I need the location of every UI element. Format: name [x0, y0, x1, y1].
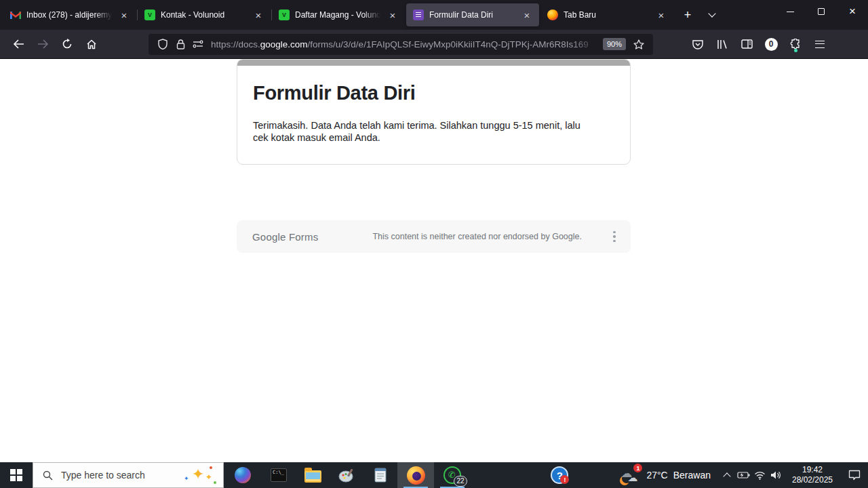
- notification-bubble-icon: [848, 470, 861, 481]
- windows-taskbar: Type here to search ✦✦✦ C:\_ ✆ 22 ? !: [0, 462, 868, 488]
- lock-icon[interactable]: [172, 37, 189, 52]
- google-forms-footer: Google Forms This content is neither cre…: [237, 220, 631, 253]
- sidebars-icon[interactable]: [735, 34, 758, 54]
- taskbar-clock[interactable]: 19:42 28/02/2025: [784, 462, 841, 488]
- tab-strip: Inbox (278) - aldijeremynain × V Kontak …: [0, 0, 723, 30]
- google-forms-logo[interactable]: Google Forms: [252, 231, 318, 243]
- tab-close-icon[interactable]: ×: [117, 8, 131, 22]
- url-bar[interactable]: https://docs.google.com/forms/u/3/d/e/1F…: [149, 34, 653, 55]
- form-theme-bar: [237, 60, 630, 66]
- pocket-icon[interactable]: [686, 34, 709, 54]
- form-confirmation-message: Terimakasih. Data Anda telah kami terima…: [253, 119, 595, 144]
- file-explorer-icon: [304, 470, 321, 483]
- tab-close-icon[interactable]: ×: [252, 8, 265, 22]
- footer-disclaimer: This content is neither created nor endo…: [372, 232, 613, 241]
- window-minimize-button[interactable]: [774, 0, 806, 23]
- help-alert-badge: !: [560, 475, 569, 484]
- tab-gmail-inbox[interactable]: Inbox (278) - aldijeremynain ×: [3, 3, 136, 26]
- browser-navbar: https://docs.google.com/forms/u/3/d/e/1F…: [0, 30, 868, 59]
- whatsapp-unread-badge: 22: [454, 476, 467, 487]
- back-button[interactable]: [7, 34, 30, 54]
- library-icon[interactable]: [711, 34, 734, 54]
- reload-button[interactable]: [56, 34, 79, 54]
- chevron-down-icon: [708, 9, 715, 17]
- window-close-button[interactable]: ×: [837, 0, 868, 23]
- bookmark-star-icon[interactable]: [630, 37, 648, 52]
- tab-formulir-data-diri-active[interactable]: Formulir Data Diri ×: [406, 3, 539, 26]
- weather-temperature: 27°C: [646, 470, 667, 481]
- window-controls: ×: [774, 0, 868, 23]
- back-icon: [13, 39, 24, 49]
- command-prompt-button[interactable]: C:\_: [262, 462, 296, 488]
- navbar-right-icons: 0: [686, 34, 832, 54]
- whatsapp-taskbar-button[interactable]: ✆ 22: [434, 462, 471, 488]
- page-viewport: Formulir Data Diri Terimakasih. Data And…: [0, 60, 868, 462]
- tab-title: Formulir Data Diri: [429, 10, 515, 20]
- bing-ai-sparkles-icon: ✦✦✦: [180, 465, 218, 485]
- weather-alert-badge: 1: [633, 464, 642, 472]
- tab-kontak-volunoid[interactable]: V Kontak - Volunoid ×: [138, 3, 271, 26]
- extensions-puzzle-icon[interactable]: [784, 34, 807, 54]
- footer-kebab-menu-icon[interactable]: [613, 231, 616, 243]
- app-menu-hamburger-icon[interactable]: [808, 34, 831, 54]
- notepad-button[interactable]: [363, 462, 397, 488]
- action-center-button[interactable]: [841, 462, 868, 488]
- firefox-taskbar-button[interactable]: [397, 462, 434, 488]
- gmail-icon: [10, 9, 21, 20]
- taskbar-search-input[interactable]: Type here to search ✦✦✦: [33, 462, 224, 488]
- copilot-icon: [235, 467, 251, 483]
- tab-tab-baru[interactable]: Tab Baru ×: [540, 3, 673, 26]
- get-help-button[interactable]: ? !: [542, 462, 577, 488]
- chevron-up-icon: [723, 472, 730, 480]
- firefox-icon: [407, 466, 425, 485]
- tab-close-icon[interactable]: ×: [654, 8, 668, 22]
- tab-title: Daftar Magang - Volunoid: [295, 10, 380, 20]
- volume-icon[interactable]: [768, 462, 784, 488]
- taskbar-weather-widget[interactable]: ☁☁ 1 27°C Berawan: [612, 462, 719, 488]
- copilot-button[interactable]: [224, 462, 262, 488]
- tab-daftar-magang[interactable]: V Daftar Magang - Volunoid ×: [272, 3, 405, 26]
- battery-status-icon[interactable]: [735, 462, 751, 488]
- window-maximize-button[interactable]: [806, 0, 837, 23]
- tab-close-icon[interactable]: ×: [386, 8, 399, 22]
- start-button[interactable]: [0, 462, 33, 488]
- forward-icon: [37, 39, 49, 49]
- search-icon: [43, 470, 53, 481]
- notepad-icon: [373, 466, 388, 484]
- tab-close-icon[interactable]: ×: [520, 8, 534, 22]
- home-icon: [86, 39, 97, 49]
- windows-logo-icon: [10, 469, 22, 481]
- home-button[interactable]: [80, 34, 103, 54]
- weather-cloudy-night-icon: ☁☁ 1: [620, 466, 641, 485]
- new-tab-button[interactable]: +: [677, 4, 698, 26]
- extension-o-icon[interactable]: 0: [760, 34, 783, 54]
- zoom-level-badge[interactable]: 90%: [603, 38, 626, 50]
- volunoid-icon: V: [144, 9, 155, 20]
- form-confirmation-card: Formulir Data Diri Terimakasih. Data And…: [237, 59, 631, 165]
- tray-show-hidden-icons-button[interactable]: [719, 462, 735, 488]
- permissions-icon[interactable]: [189, 37, 207, 52]
- tab-title: Tab Baru: [564, 10, 649, 20]
- browser-titlebar: Inbox (278) - aldijeremynain × V Kontak …: [0, 0, 868, 30]
- search-placeholder: Type here to search: [61, 470, 172, 481]
- clock-date: 28/02/2025: [792, 475, 833, 485]
- volunoid-icon: V: [279, 9, 290, 20]
- wifi-icon[interactable]: [751, 462, 768, 488]
- paint-icon: [338, 467, 355, 483]
- paint-button[interactable]: [330, 462, 363, 488]
- url-text[interactable]: https://docs.google.com/forms/u/3/d/e/1F…: [211, 39, 599, 49]
- list-all-tabs-button[interactable]: [701, 4, 723, 26]
- weather-condition: Berawan: [673, 470, 711, 481]
- firefox-icon: [547, 9, 558, 20]
- maximize-icon: [818, 8, 825, 15]
- forward-button[interactable]: [31, 34, 54, 54]
- tracking-protection-shield-icon[interactable]: [154, 37, 172, 52]
- tab-title: Kontak - Volunoid: [161, 10, 246, 20]
- tab-title: Inbox (278) - aldijeremynain: [26, 10, 112, 20]
- reload-icon: [62, 39, 73, 49]
- extension-notification-dot: [794, 49, 797, 52]
- clock-time: 19:42: [802, 465, 823, 475]
- minimize-icon: [787, 12, 794, 12]
- file-explorer-button[interactable]: [296, 462, 330, 488]
- form-title: Formulir Data Diri: [253, 82, 614, 104]
